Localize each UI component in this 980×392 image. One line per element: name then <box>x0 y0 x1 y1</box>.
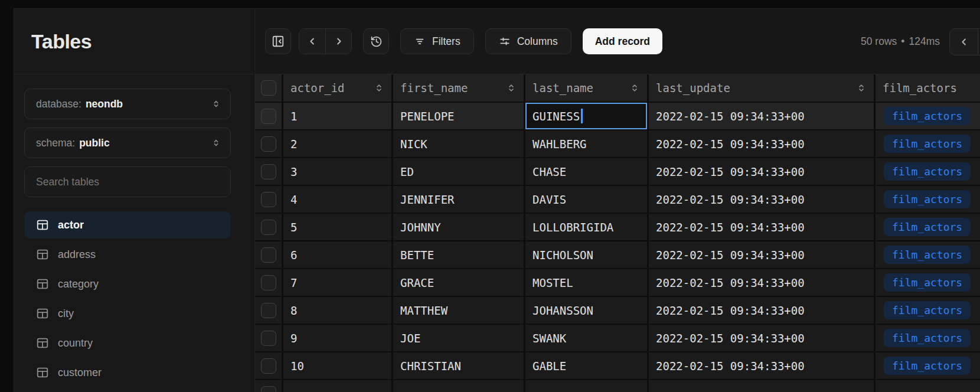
cell-last_name[interactable]: CHASE <box>525 158 647 185</box>
cell-first_name[interactable]: PENELOPE <box>393 103 524 129</box>
cell-first_name[interactable]: CHRISTIAN <box>393 352 524 379</box>
cell-last_update[interactable]: 2022-02-15 09:34:33+00 <box>649 352 874 379</box>
previous-button[interactable] <box>299 29 325 54</box>
cell-actor_id[interactable]: 10 <box>283 352 391 379</box>
cell-last_name[interactable]: DAVIS <box>525 186 647 213</box>
row-checkbox[interactable] <box>261 136 276 152</box>
row-select-cell <box>255 130 282 157</box>
relation-badge[interactable]: film_actors <box>884 329 971 347</box>
cell-actor_id[interactable]: 7 <box>283 269 391 296</box>
table-icon <box>36 248 49 261</box>
row-checkbox[interactable] <box>261 358 276 374</box>
page-next-button[interactable] <box>978 29 980 55</box>
cell-last_name[interactable]: NICHOLSON <box>525 241 647 268</box>
relation-badge[interactable]: film_actors <box>884 107 971 125</box>
page-previous-button[interactable] <box>950 29 978 55</box>
relation-badge[interactable]: film_actors <box>884 218 971 236</box>
column-header-last-update[interactable]: last_update <box>649 74 874 102</box>
sidebar-table-item-address[interactable]: address <box>24 241 231 268</box>
cell-last_update[interactable]: 2022-02-15 09:34:33+00 <box>649 214 874 240</box>
cell-first_name[interactable]: JOE <box>393 325 524 351</box>
cell-actor_id[interactable]: 5 <box>283 214 391 240</box>
cell-first_name[interactable]: BETTE <box>393 241 524 268</box>
cell-first_name[interactable]: MATTHEW <box>393 297 524 324</box>
row-checkbox[interactable] <box>261 109 276 124</box>
row-checkbox[interactable] <box>261 247 276 263</box>
cell-last_update[interactable]: 2022-02-15 09:34:33+00 <box>649 241 874 268</box>
filters-button[interactable]: Filters <box>400 28 474 54</box>
column-header-label: last_update <box>656 81 730 94</box>
cell-actor_id[interactable]: 4 <box>283 186 391 213</box>
cell-partial[interactable] <box>393 380 524 392</box>
relation-badge[interactable]: film_actors <box>884 135 971 153</box>
column-header-actor-id[interactable]: actor_id <box>283 74 391 102</box>
relation-badge[interactable]: film_actors <box>884 301 971 319</box>
relation-badge[interactable]: film_actors <box>884 246 971 264</box>
sidebar-table-item-actor[interactable]: actor <box>24 211 231 239</box>
cell-actor_id[interactable]: 9 <box>283 325 391 351</box>
cell-first_name[interactable]: JENNIFER <box>393 186 524 213</box>
app-root: { "sidebar": { "title": "Tables", "datab… <box>0 0 980 392</box>
relation-badge[interactable]: film_actors <box>884 190 971 208</box>
select-all-checkbox[interactable] <box>261 80 276 96</box>
row-checkbox[interactable] <box>261 275 276 290</box>
cell-partial[interactable] <box>283 380 391 392</box>
row-checkbox[interactable] <box>261 331 276 346</box>
sidebar-table-item-country[interactable]: country <box>24 329 231 357</box>
row-checkbox[interactable] <box>261 386 276 392</box>
cell-last_update[interactable]: 2022-02-15 09:34:33+00 <box>649 297 874 324</box>
relation-badge[interactable]: film_actors <box>884 162 971 181</box>
cell-actor_id[interactable]: 8 <box>283 297 391 324</box>
cell-last_update[interactable]: 2022-02-15 09:34:33+00 <box>649 103 874 129</box>
cell-actor_id[interactable]: 6 <box>283 241 391 268</box>
chevrons-up-down-icon <box>211 99 221 109</box>
collapse-sidebar-button[interactable] <box>265 28 291 54</box>
sidebar-table-item-customer[interactable]: customer <box>24 359 231 386</box>
cell-last_update[interactable]: 2022-02-15 09:34:33+00 <box>649 158 874 185</box>
cell-value: NICK <box>400 138 427 151</box>
sort-chevrons-icon <box>506 83 517 93</box>
columns-button[interactable]: Columns <box>485 28 571 54</box>
cell-first_name[interactable]: NICK <box>393 130 524 157</box>
column-header-first-name[interactable]: first_name <box>393 74 524 102</box>
cell-actor_id[interactable]: 1 <box>283 103 391 129</box>
cell-partial[interactable] <box>649 380 874 392</box>
add-record-button[interactable]: Add record <box>583 28 662 54</box>
cell-value: GUINESS <box>533 110 580 123</box>
row-checkbox[interactable] <box>261 303 276 318</box>
cell-last_name[interactable]: GABLE <box>525 352 647 379</box>
sidebar-table-item-category[interactable]: category <box>24 270 231 298</box>
history-button[interactable] <box>363 28 389 54</box>
cell-last_name[interactable]: JOHANSSON <box>525 297 647 324</box>
search-tables-input[interactable] <box>36 176 221 188</box>
cell-first_name[interactable]: JOHNNY <box>393 214 524 240</box>
schema-select[interactable]: schema: public <box>24 128 231 158</box>
row-checkbox[interactable] <box>261 164 276 179</box>
column-header-film-actors[interactable]: film_actors <box>876 74 980 102</box>
relation-badge[interactable]: film_actors <box>884 273 971 292</box>
cell-last_name[interactable]: WAHLBERG <box>525 130 647 157</box>
row-checkbox[interactable] <box>261 192 276 207</box>
cell-partial[interactable] <box>525 380 647 392</box>
cell-last_name[interactable]: GUINESS <box>525 103 647 129</box>
cell-last_update[interactable]: 2022-02-15 09:34:33+00 <box>649 186 874 213</box>
cell-partial[interactable] <box>876 380 980 392</box>
cell-last_name[interactable]: MOSTEL <box>525 269 647 296</box>
row-checkbox[interactable] <box>261 220 276 235</box>
cell-last_update[interactable]: 2022-02-15 09:34:33+00 <box>649 269 874 296</box>
cell-last_name[interactable]: LOLLOBRIGIDA <box>525 214 647 240</box>
cell-actor_id[interactable]: 2 <box>283 130 391 157</box>
row-select-cell <box>255 158 282 185</box>
cell-last_name[interactable]: SWANK <box>525 325 647 351</box>
next-button[interactable] <box>325 29 351 54</box>
database-select[interactable]: database: neondb <box>24 89 231 119</box>
cell-actor_id[interactable]: 3 <box>283 158 391 185</box>
cell-first_name[interactable]: ED <box>393 158 524 185</box>
cell-first_name[interactable]: GRACE <box>393 269 524 296</box>
cell-last_update[interactable]: 2022-02-15 09:34:33+00 <box>649 130 874 157</box>
column-header-last-name[interactable]: last_name <box>525 74 647 102</box>
sidebar-table-item-city[interactable]: city <box>24 300 231 327</box>
column-header-label: last_name <box>533 81 593 94</box>
cell-last_update[interactable]: 2022-02-15 09:34:33+00 <box>649 325 874 351</box>
relation-badge[interactable]: film_actors <box>884 357 971 375</box>
